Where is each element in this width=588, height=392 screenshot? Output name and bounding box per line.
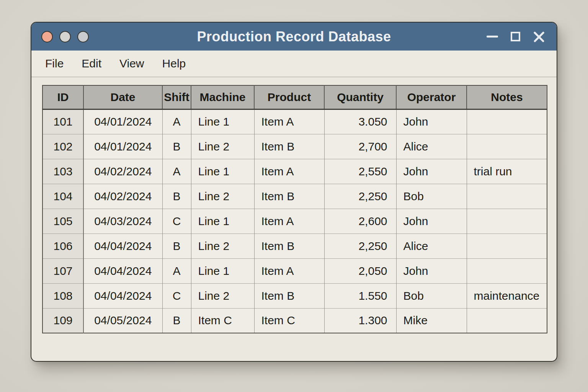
close-icon[interactable] <box>533 31 545 43</box>
cell-machine[interactable]: Line 2 <box>191 184 254 209</box>
cell-quantity[interactable]: 2,550 <box>324 159 396 184</box>
cell-machine[interactable]: Item C <box>191 308 254 333</box>
table-row[interactable]: 10904/05/2024BItem CItem C1.300Mike <box>42 308 547 333</box>
cell-notes[interactable] <box>467 184 547 209</box>
table-row[interactable]: 10804/04/2024CLine 2Item B1.550Bobmainte… <box>42 283 547 308</box>
maximize-icon[interactable] <box>511 32 520 41</box>
cell-operator[interactable]: Bob <box>396 184 467 209</box>
cell-date[interactable]: 04/04/2024 <box>83 283 162 308</box>
cell-product[interactable]: Item A <box>254 209 324 234</box>
column-header-product[interactable]: Product <box>254 85 324 109</box>
cell-operator[interactable]: John <box>396 159 467 184</box>
minimize-icon[interactable] <box>487 36 498 38</box>
column-header-date[interactable]: Date <box>83 85 162 109</box>
menu-edit[interactable]: Edit <box>82 57 101 70</box>
cell-notes[interactable] <box>467 258 547 283</box>
menu-help[interactable]: Help <box>162 57 186 70</box>
cell-machine[interactable]: Line 1 <box>191 209 254 234</box>
cell-machine[interactable]: Line 1 <box>191 109 254 134</box>
cell-machine[interactable]: Line 2 <box>191 134 254 159</box>
cell-shift[interactable]: A <box>162 159 191 184</box>
menu-view[interactable]: View <box>119 57 144 70</box>
cell-id[interactable]: 102 <box>42 134 83 159</box>
cell-quantity[interactable]: 2,250 <box>324 234 396 258</box>
column-header-shift[interactable]: Shift <box>162 85 191 109</box>
cell-id[interactable]: 109 <box>42 308 83 333</box>
cell-id[interactable]: 105 <box>42 209 83 234</box>
cell-id[interactable]: 103 <box>42 159 83 184</box>
cell-shift[interactable]: B <box>162 134 191 159</box>
cell-notes[interactable] <box>467 134 547 159</box>
cell-date[interactable]: 04/03/2024 <box>83 209 162 234</box>
cell-machine[interactable]: Line 2 <box>191 234 254 258</box>
traffic-light-gray-icon[interactable] <box>59 31 71 42</box>
column-header-id[interactable]: ID <box>42 85 83 109</box>
column-header-notes[interactable]: Notes <box>467 85 547 109</box>
cell-product[interactable]: Item B <box>254 134 324 159</box>
cell-operator[interactable]: Alice <box>396 234 467 258</box>
cell-date[interactable]: 04/01/2024 <box>83 109 162 134</box>
cell-shift[interactable]: C <box>162 283 191 308</box>
cell-quantity[interactable]: 2,250 <box>324 184 396 209</box>
cell-machine[interactable]: Line 1 <box>191 159 254 184</box>
column-header-operator[interactable]: Operator <box>396 85 467 109</box>
cell-notes[interactable]: maintenance <box>467 283 547 308</box>
traffic-light-gray-icon[interactable] <box>77 31 89 42</box>
table-row[interactable]: 10504/03/2024CLine 1Item A2,600John <box>42 209 547 234</box>
cell-product[interactable]: Item A <box>254 258 324 283</box>
cell-id[interactable]: 107 <box>42 258 83 283</box>
cell-date[interactable]: 04/02/2024 <box>83 159 162 184</box>
cell-operator[interactable]: John <box>396 258 467 283</box>
cell-product[interactable]: Item B <box>254 283 324 308</box>
table-row[interactable]: 10704/04/2024ALine 1Item A2,050John <box>42 258 547 283</box>
column-header-machine[interactable]: Machine <box>191 85 254 109</box>
cell-quantity[interactable]: 1.550 <box>324 283 396 308</box>
titlebar[interactable]: Production Record Database <box>31 23 557 51</box>
cell-shift[interactable]: B <box>162 184 191 209</box>
table-row[interactable]: 10304/02/2024ALine 1Item A2,550Johntrial… <box>42 159 547 184</box>
cell-shift[interactable]: A <box>162 109 191 134</box>
cell-notes[interactable] <box>467 308 547 333</box>
cell-machine[interactable]: Line 2 <box>191 283 254 308</box>
cell-product[interactable]: Item B <box>254 184 324 209</box>
cell-date[interactable]: 04/05/2024 <box>83 308 162 333</box>
cell-quantity[interactable]: 1.300 <box>324 308 396 333</box>
cell-operator[interactable]: John <box>396 209 467 234</box>
cell-id[interactable]: 108 <box>42 283 83 308</box>
table-row[interactable]: 10404/02/2024BLine 2Item B2,250Bob <box>42 184 547 209</box>
cell-notes[interactable] <box>467 109 547 134</box>
cell-shift[interactable]: C <box>162 209 191 234</box>
cell-operator[interactable]: Bob <box>396 283 467 308</box>
cell-operator[interactable]: John <box>396 109 467 134</box>
cell-shift[interactable]: A <box>162 258 191 283</box>
cell-quantity[interactable]: 2,050 <box>324 258 396 283</box>
cell-product[interactable]: Item C <box>254 308 324 333</box>
cell-id[interactable]: 101 <box>42 109 83 134</box>
column-header-quantity[interactable]: Quantity <box>324 85 396 109</box>
cell-product[interactable]: Item B <box>254 234 324 258</box>
cell-product[interactable]: Item A <box>254 159 324 184</box>
traffic-light-salmon-icon[interactable] <box>41 31 53 42</box>
table-row[interactable]: 10604/04/2024BLine 2Item B2,250Alice <box>42 234 547 258</box>
cell-operator[interactable]: Mike <box>396 308 467 333</box>
cell-notes[interactable] <box>467 209 547 234</box>
cell-date[interactable]: 04/04/2024 <box>83 234 162 258</box>
cell-product[interactable]: Item A <box>254 109 324 134</box>
cell-notes[interactable] <box>467 234 547 258</box>
menu-file[interactable]: File <box>45 57 64 70</box>
cell-shift[interactable]: B <box>162 308 191 333</box>
cell-quantity[interactable]: 2,600 <box>324 209 396 234</box>
cell-date[interactable]: 04/04/2024 <box>83 258 162 283</box>
cell-date[interactable]: 04/02/2024 <box>83 184 162 209</box>
table-row[interactable]: 10204/01/2024BLine 2Item B2,700Alice <box>42 134 547 159</box>
cell-shift[interactable]: B <box>162 234 191 258</box>
cell-operator[interactable]: Alice <box>396 134 467 159</box>
cell-id[interactable]: 106 <box>42 234 83 258</box>
cell-id[interactable]: 104 <box>42 184 83 209</box>
table-row[interactable]: 10104/01/2024ALine 1Item A3.050John <box>42 109 547 134</box>
cell-notes[interactable]: trial run <box>467 159 547 184</box>
cell-quantity[interactable]: 3.050 <box>324 109 396 134</box>
cell-machine[interactable]: Line 1 <box>191 258 254 283</box>
cell-quantity[interactable]: 2,700 <box>324 134 396 159</box>
cell-date[interactable]: 04/01/2024 <box>83 134 162 159</box>
